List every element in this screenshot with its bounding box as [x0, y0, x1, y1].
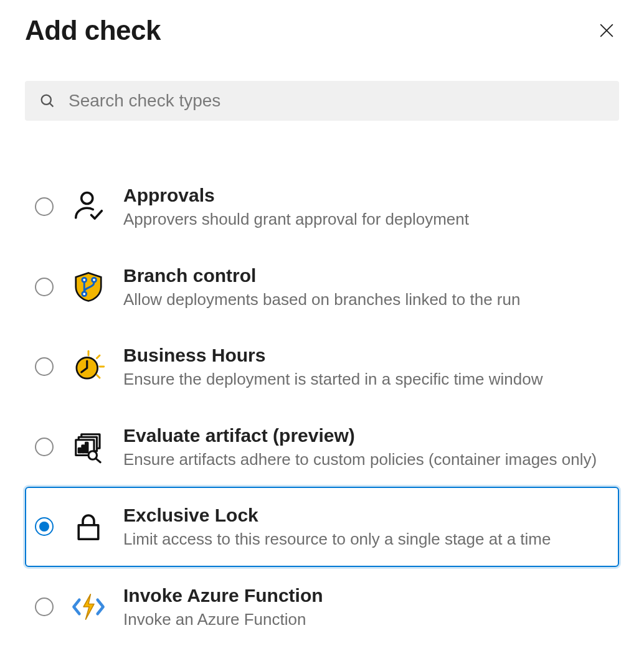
option-title: Invoke Azure Function: [123, 584, 609, 607]
search-bar[interactable]: [25, 81, 619, 121]
option-desc: Ensure artifacts adhere to custom polici…: [123, 449, 609, 470]
svg-point-4: [82, 193, 93, 204]
option-desc: Limit access to this resource to only a …: [123, 529, 609, 550]
option-desc: Allow deployments based on branches link…: [123, 289, 609, 310]
radio-button[interactable]: [35, 197, 54, 216]
svg-rect-16: [78, 448, 80, 452]
option-invoke-azure-function[interactable]: Invoke Azure Function Invoke an Azure Fu…: [25, 567, 619, 647]
close-button[interactable]: [594, 18, 619, 43]
radio-button[interactable]: [35, 597, 54, 616]
svg-line-20: [96, 459, 100, 462]
option-title: Exclusive Lock: [123, 504, 609, 527]
svg-rect-21: [78, 525, 98, 540]
option-title: Branch control: [123, 265, 609, 287]
svg-line-9: [97, 355, 100, 358]
dialog-header: Add check: [25, 15, 619, 46]
search-icon: [39, 92, 56, 110]
radio-button[interactable]: [35, 357, 54, 376]
option-title: Approvals: [123, 184, 609, 207]
option-title: Evaluate artifact (preview): [123, 424, 609, 447]
option-desc: Ensure the deployment is started in a sp…: [123, 369, 609, 390]
option-business-hours[interactable]: Business Hours Ensure the deployment is …: [25, 327, 619, 407]
page-title: Add check: [25, 15, 161, 46]
svg-rect-17: [82, 446, 84, 452]
radio-button[interactable]: [35, 438, 54, 456]
person-check-icon: [70, 188, 107, 225]
radio-button[interactable]: [35, 517, 54, 536]
artifact-stack-icon: [70, 428, 107, 466]
svg-rect-18: [86, 443, 88, 452]
option-desc: Invoke an Azure Function: [123, 609, 609, 630]
option-evaluate-artifact[interactable]: Evaluate artifact (preview) Ensure artif…: [25, 407, 619, 487]
clock-sun-icon: [70, 348, 107, 385]
azure-function-icon: [70, 588, 107, 626]
option-branch-control[interactable]: Branch control Allow deployments based o…: [25, 247, 619, 327]
search-input[interactable]: [67, 90, 605, 111]
option-exclusive-lock[interactable]: Exclusive Lock Limit access to this reso…: [25, 487, 619, 567]
option-desc: Approvers should grant approval for depl…: [123, 209, 609, 230]
radio-button[interactable]: [35, 278, 54, 296]
option-title: Business Hours: [123, 344, 609, 367]
close-icon: [598, 20, 615, 41]
branch-shield-icon: [70, 268, 107, 306]
check-options-list: Approvals Approvers should grant approva…: [25, 167, 619, 647]
svg-line-3: [50, 103, 54, 107]
svg-line-11: [97, 375, 100, 378]
lock-icon: [70, 508, 107, 545]
svg-point-2: [42, 95, 51, 105]
option-approvals[interactable]: Approvals Approvers should grant approva…: [25, 167, 619, 247]
